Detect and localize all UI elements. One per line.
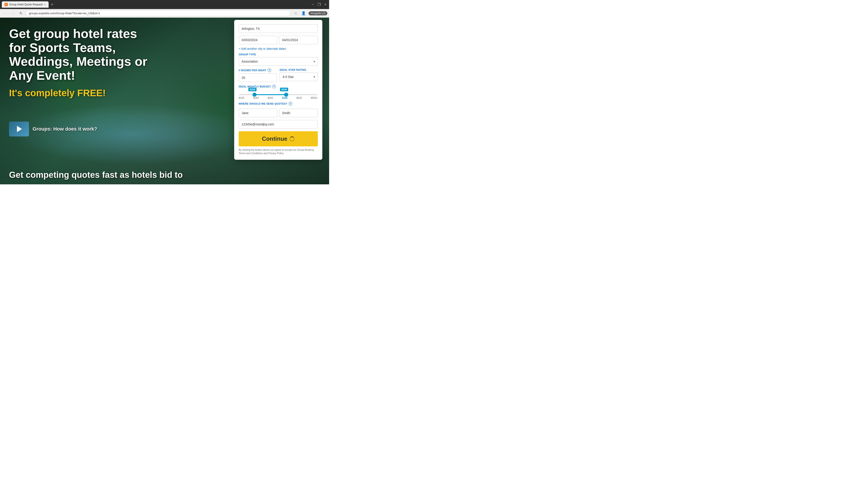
slider-fill [254, 94, 286, 95]
tab-favicon: E [4, 3, 8, 6]
send-quotes-section: WHERE SHOULD WE SEND QUOTES? ? [239, 102, 318, 129]
hero-free-text: It's completely FREE! [9, 88, 149, 98]
send-quotes-info-icon[interactable]: ? [289, 102, 292, 105]
bookmark-button[interactable]: ☆ [293, 10, 299, 16]
maximize-button[interactable]: ❐ [317, 2, 322, 7]
name-row [239, 109, 318, 117]
star-wrapper: Any 2 Star 3 Star 4-5 Star ▾ [280, 72, 318, 81]
window-controls: − ❐ × [311, 2, 327, 7]
date-row [239, 36, 318, 44]
refresh-button[interactable]: ↻ [18, 10, 24, 16]
slider-thumb-high[interactable]: $340 [284, 93, 288, 97]
rooms-star-row: # ROOMS PER NIGHT ? IDEAL STAR RATING An… [239, 68, 318, 82]
budget-label: IDEAL NIGHTLY BUDGET ? [239, 85, 276, 88]
hero-headline: Get group hotel rates for Sports Teams, … [9, 27, 149, 82]
rooms-info-icon[interactable]: ? [268, 68, 271, 72]
tab-title: Group Hotel Quote Request [9, 3, 43, 6]
nav-icons: ☆ 👤 Incognito (2) [293, 10, 327, 16]
slider-label-high: $340 [280, 88, 288, 91]
new-tab-button[interactable]: + [50, 2, 55, 7]
video-thumbnail[interactable] [9, 122, 29, 136]
tab-bar: E Group Hotel Quote Request × + [2, 1, 309, 8]
profile-button[interactable]: 👤 [300, 10, 307, 16]
city-row [239, 24, 318, 33]
main-content: Get group hotel rates for Sports Teams, … [0, 18, 329, 184]
nav-bar: ← → ↻ groups.expedia.com/Group-Rate/?loc… [0, 9, 329, 18]
form-panel: + Add another city or alternate dates GR… [234, 20, 322, 160]
budget-section: IDEAL NIGHTLY BUDGET ? $250 $340 [239, 85, 318, 99]
scale-180: $180 [253, 96, 258, 99]
terms-text: By clicking the button above you agree t… [239, 148, 318, 155]
slider-track: $250 $340 [239, 94, 318, 95]
incognito-badge: Incognito (2) [309, 11, 327, 15]
video-cta[interactable]: Groups: How does it work? [9, 122, 97, 136]
check-out-input[interactable] [279, 36, 318, 44]
browser-chrome: E Group Hotel Quote Request × + − ❐ × [0, 0, 329, 9]
address-bar[interactable]: groups.expedia.com/Group-Rate/?locale=en… [26, 10, 291, 16]
group-type-row: GROUP TYPE Sports Team Wedding Corporate… [239, 53, 318, 66]
star-select[interactable]: Any 2 Star 3 Star 4-5 Star [280, 72, 318, 81]
last-name-input[interactable] [279, 109, 318, 117]
scale-420: $420 [296, 96, 302, 99]
group-type-select[interactable]: Sports Team Wedding Corporate Meeting As… [239, 57, 318, 66]
group-type-label: GROUP TYPE [239, 53, 318, 56]
active-tab[interactable]: E Group Hotel Quote Request × [2, 1, 49, 8]
email-input[interactable] [239, 120, 318, 129]
budget-info-icon[interactable]: ? [272, 85, 276, 88]
send-quotes-label: WHERE SHOULD WE SEND QUOTES? ? [239, 102, 292, 105]
star-label: IDEAL STAR RATING [280, 68, 318, 71]
add-city-text: + Add another city or alternate dates [239, 47, 286, 51]
city-input[interactable] [239, 24, 318, 33]
budget-slider[interactable]: $250 $340 $100 $180 $260 $340 $420 $500+ [239, 94, 318, 99]
rooms-col: # ROOMS PER NIGHT ? [239, 68, 277, 82]
group-type-wrapper: Sports Team Wedding Corporate Meeting As… [239, 57, 318, 66]
bottom-headline: Get competing quotes fast as hotels bid … [9, 170, 216, 180]
play-icon [17, 126, 22, 132]
window-close-button[interactable]: × [323, 2, 327, 7]
slider-thumb-low[interactable]: $250 [252, 93, 256, 97]
hero-text-block: Get group hotel rates for Sports Teams, … [9, 27, 149, 98]
slider-label-low: $250 [248, 88, 256, 91]
scale-100: $100 [239, 96, 244, 99]
star-col: IDEAL STAR RATING Any 2 Star 3 Star 4-5 … [280, 68, 318, 81]
check-in-input[interactable] [239, 36, 277, 44]
first-name-input[interactable] [239, 109, 277, 117]
video-label: Groups: How does it work? [33, 126, 97, 132]
scale-340: $340 [282, 96, 287, 99]
loading-spinner [289, 136, 294, 141]
forward-button[interactable]: → [10, 10, 16, 16]
continue-button[interactable]: Continue [239, 131, 318, 147]
add-city-link[interactable]: + Add another city or alternate dates [239, 47, 318, 51]
minimize-button[interactable]: − [311, 2, 315, 7]
continue-label: Continue [262, 135, 287, 142]
url-text: groups.expedia.com/Group-Rate/?locale=en… [29, 11, 100, 15]
scale-260: $260 [268, 96, 273, 99]
tab-close-button[interactable]: × [44, 3, 46, 6]
slider-scale: $100 $180 $260 $340 $420 $500+ [239, 96, 318, 99]
scale-500: $500+ [311, 96, 318, 99]
send-quotes-header: WHERE SHOULD WE SEND QUOTES? ? [239, 102, 318, 107]
rooms-input[interactable] [239, 73, 277, 82]
rooms-label: # ROOMS PER NIGHT ? [239, 68, 277, 72]
back-button[interactable]: ← [2, 10, 8, 16]
